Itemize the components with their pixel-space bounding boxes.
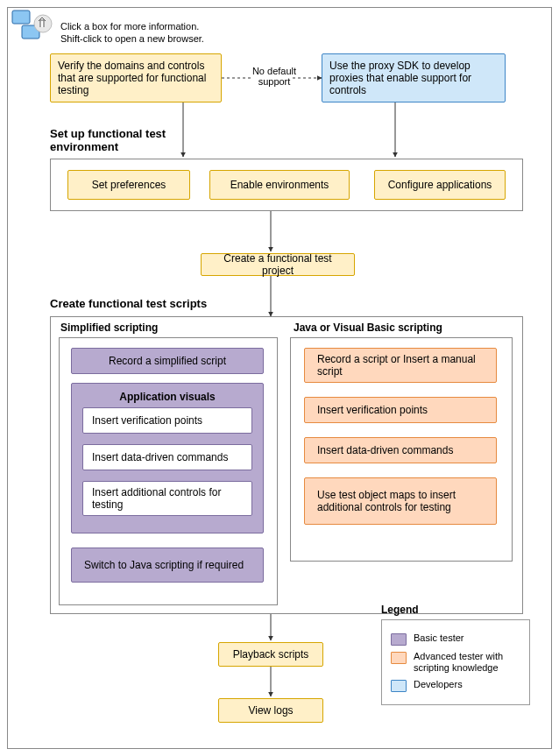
scripts-title: Create functional test scripts	[50, 297, 207, 310]
insert-dd-java-box[interactable]: Insert data-driven commands	[304, 437, 497, 463]
java-title: Java or Visual Basic scripting	[294, 321, 442, 334]
verify-domains-box[interactable]: Verify the domains and controls that are…	[50, 53, 222, 102]
insert-dd-simplified-box[interactable]: Insert data-driven commands	[82, 444, 252, 470]
enable-environments-box[interactable]: Enable environments	[209, 170, 350, 200]
legend: Legend Basic tester Advanced tester with…	[381, 604, 530, 705]
configure-applications-box[interactable]: Configure applications	[374, 170, 506, 200]
legend-basic: Basic tester	[391, 632, 520, 646]
legend-box: Basic tester Advanced tester with script…	[381, 619, 530, 705]
swatch-orange	[391, 652, 407, 664]
record-simplified-box[interactable]: Record a simplified script	[71, 348, 264, 374]
legend-advanced: Advanced tester with scripting knowledge	[391, 651, 520, 674]
hint-line1: Click a box for more information.	[60, 20, 204, 32]
insert-vp-java-box[interactable]: Insert verification points	[304, 397, 497, 423]
object-maps-box[interactable]: Use test object maps to insert additiona…	[304, 477, 497, 525]
no-default-support-label: No default support	[248, 66, 301, 87]
legend-title: Legend	[381, 604, 530, 616]
hint-line2: Shift-click to open a new browser.	[60, 32, 204, 45]
switch-java-box[interactable]: Switch to Java scripting if required	[71, 548, 264, 583]
diagram-frame: Click a box for more information. Shift-…	[7, 7, 552, 749]
swatch-blue	[391, 680, 407, 692]
swatch-purple	[391, 633, 407, 646]
record-script-java-box[interactable]: Record a script or Insert a manual scrip…	[304, 348, 497, 383]
proxy-sdk-box[interactable]: Use the proxy SDK to develop proxies tha…	[322, 53, 506, 102]
simplified-title: Simplified scripting	[60, 321, 158, 334]
navigator-icon	[11, 10, 53, 45]
hint-text: Click a box for more information. Shift-…	[60, 20, 204, 46]
legend-dev-label: Developers	[414, 679, 463, 690]
legend-advanced-label: Advanced tester with scripting knowledge	[414, 651, 520, 674]
insert-controls-simplified-box[interactable]: Insert additional controls for testing	[82, 481, 252, 516]
view-logs-box[interactable]: View logs	[218, 698, 323, 723]
setup-title: Set up functional test environment	[50, 127, 208, 153]
svg-rect-0	[12, 11, 30, 24]
legend-basic-label: Basic tester	[414, 632, 463, 644]
playback-scripts-box[interactable]: Playback scripts	[218, 642, 323, 667]
app-visuals-title: Application visuals	[72, 384, 263, 406]
diagram-page: Click a box for more information. Shift-…	[0, 0, 559, 756]
legend-dev: Developers	[391, 679, 520, 692]
insert-vp-simplified-box[interactable]: Insert verification points	[82, 407, 252, 434]
create-project-box[interactable]: Create a functional test project	[201, 253, 355, 276]
set-preferences-box[interactable]: Set preferences	[67, 170, 190, 200]
